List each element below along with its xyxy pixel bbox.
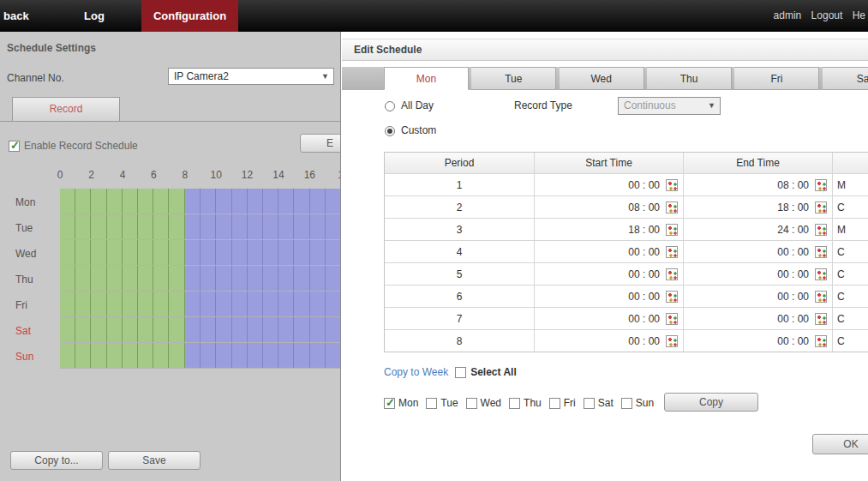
copy-to-week-link[interactable]: Copy to Week	[384, 366, 448, 378]
enable-record-schedule-checkbox[interactable]	[9, 141, 20, 152]
save-button[interactable]: Save	[108, 451, 201, 470]
end-time-cell[interactable]: 18 : 00	[684, 196, 833, 218]
end-time-cell[interactable]: 24 : 00	[684, 219, 833, 240]
event-segment[interactable]	[185, 240, 341, 265]
custom-radio[interactable]	[385, 126, 395, 136]
end-time-cell[interactable]: 00 : 00	[684, 286, 833, 307]
event-segment[interactable]	[185, 317, 341, 342]
time-picker-icon[interactable]	[815, 313, 827, 325]
time-picker-icon[interactable]	[666, 313, 678, 325]
time-picker-icon[interactable]	[666, 268, 678, 280]
start-time-cell[interactable]: 00 : 00	[535, 174, 684, 195]
day-tab-sat[interactable]: Sat	[823, 67, 868, 90]
record-type-cell[interactable]: C	[833, 308, 868, 329]
ok-button[interactable]: OK	[812, 434, 868, 454]
record-tab[interactable]: Record	[12, 97, 120, 122]
time-picker-icon[interactable]	[815, 268, 827, 280]
record-type-select[interactable]: Continuous ▼	[618, 97, 721, 115]
continuous-segment[interactable]	[60, 292, 185, 316]
schedule-row-sun[interactable]	[60, 343, 341, 369]
schedule-row-wed[interactable]	[60, 240, 341, 266]
record-type-cell[interactable]: C	[833, 263, 868, 285]
start-time-cell[interactable]: 18 : 00	[535, 219, 684, 240]
top-navigation-bar: back Log Configuration admin Logout He	[0, 0, 868, 32]
continuous-segment[interactable]	[60, 240, 185, 265]
mon-checkbox[interactable]	[384, 398, 395, 409]
record-type-cell[interactable]: M	[833, 174, 868, 195]
logout-link[interactable]: Logout	[811, 9, 843, 21]
end-time-cell[interactable]: 08 : 00	[684, 174, 833, 195]
start-time-cell[interactable]: 00 : 00	[535, 286, 684, 307]
end-time-cell[interactable]: 00 : 00	[684, 241, 833, 262]
event-segment[interactable]	[185, 266, 341, 291]
start-time-cell[interactable]: 00 : 00	[535, 263, 684, 285]
wed-checkbox[interactable]	[466, 398, 477, 409]
time-picker-icon[interactable]	[666, 335, 678, 347]
hour-tick: 10	[201, 169, 231, 181]
start-time-cell[interactable]: 00 : 00	[535, 241, 684, 262]
time-picker-icon[interactable]	[815, 335, 827, 347]
day-tab-fri[interactable]: Fri	[734, 67, 819, 90]
edit-schedule-title: Edit Schedule	[342, 39, 868, 61]
time-picker-icon[interactable]	[666, 179, 678, 191]
grid-hour-axis: 0 2 4 6 8 10 12 14 16 1	[45, 169, 341, 181]
continuous-segment[interactable]	[60, 343, 185, 368]
time-picker-icon[interactable]	[815, 179, 827, 191]
time-picker-icon[interactable]	[666, 201, 678, 213]
channel-select[interactable]: IP Camera2 ▼	[168, 68, 334, 85]
continuous-segment[interactable]	[60, 189, 185, 213]
tab-configuration[interactable]: Configuration	[141, 0, 238, 32]
tab-log[interactable]: Log	[84, 0, 105, 32]
event-segment[interactable]	[185, 214, 341, 239]
tab-playback[interactable]: back	[3, 0, 29, 32]
start-time-cell[interactable]: 00 : 00	[535, 330, 684, 352]
copy-to-button[interactable]: Copy to...	[10, 451, 103, 470]
time-picker-icon[interactable]	[666, 224, 678, 236]
day-tab-mon[interactable]: Mon	[384, 67, 469, 90]
record-type-cell[interactable]: C	[833, 241, 868, 262]
continuous-segment[interactable]	[60, 266, 185, 291]
select-all-checkbox[interactable]	[455, 367, 466, 378]
end-time-cell[interactable]: 00 : 00	[684, 308, 833, 329]
schedule-row-fri[interactable]	[60, 292, 341, 317]
time-picker-icon[interactable]	[666, 246, 678, 258]
schedule-row-thu[interactable]	[60, 266, 341, 292]
day-tab-tue[interactable]: Tue	[471, 67, 556, 90]
day-tab-thu[interactable]: Thu	[647, 67, 732, 90]
end-time-cell[interactable]: 00 : 00	[684, 330, 833, 352]
record-type-cell[interactable]: C	[833, 196, 868, 218]
schedule-row-tue[interactable]	[60, 214, 341, 240]
thu-checkbox[interactable]	[509, 398, 520, 409]
fri-checkbox[interactable]	[549, 398, 560, 409]
help-link[interactable]: He	[853, 9, 865, 21]
event-segment[interactable]	[185, 189, 341, 213]
day-tab-wed[interactable]: Wed	[560, 67, 644, 90]
time-picker-icon[interactable]	[815, 201, 827, 213]
event-segment[interactable]	[185, 292, 341, 316]
tue-checkbox[interactable]	[426, 398, 437, 409]
start-time-cell[interactable]: 08 : 00	[535, 196, 684, 218]
sat-checkbox[interactable]	[584, 398, 595, 409]
start-time-value: 00 : 00	[628, 179, 660, 191]
time-picker-icon[interactable]	[815, 224, 827, 236]
time-picker-icon[interactable]	[815, 291, 827, 303]
event-segment[interactable]	[185, 343, 341, 368]
time-picker-icon[interactable]	[815, 246, 827, 258]
record-type-cell[interactable]: C	[833, 330, 868, 352]
continuous-segment[interactable]	[60, 214, 185, 239]
copy-button[interactable]: Copy	[664, 393, 758, 412]
schedule-row-mon[interactable]	[60, 189, 341, 214]
sun-checkbox[interactable]	[621, 398, 632, 409]
record-type-cell[interactable]: C	[833, 286, 868, 307]
start-time-cell[interactable]: 00 : 00	[535, 308, 684, 329]
time-picker-icon[interactable]	[666, 291, 678, 303]
week-item-thu: Thu	[509, 397, 542, 409]
continuous-segment[interactable]	[60, 317, 185, 342]
end-time-cell[interactable]: 00 : 00	[684, 263, 833, 285]
all-day-radio[interactable]	[385, 101, 395, 111]
edit-button[interactable]: E	[300, 134, 341, 153]
schedule-row-sat[interactable]	[60, 317, 341, 343]
record-type-cell[interactable]: M	[833, 219, 868, 240]
custom-label: Custom	[401, 124, 436, 136]
record-schedule-grid[interactable]	[60, 189, 341, 369]
